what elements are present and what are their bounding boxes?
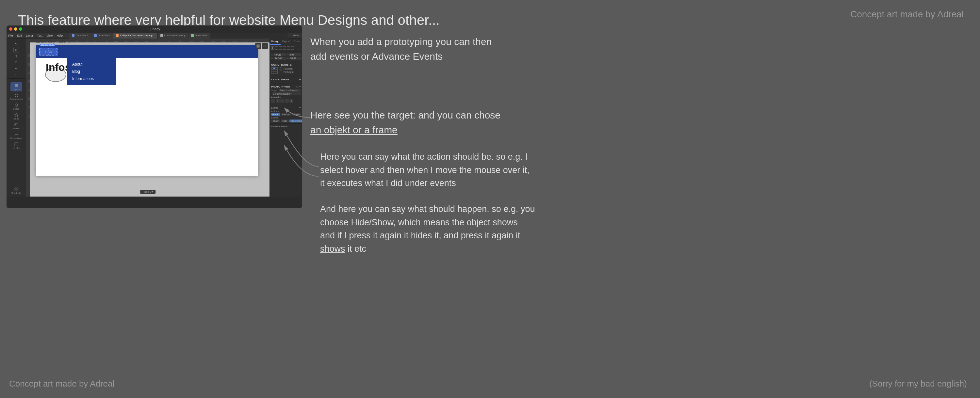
show-btn[interactable]: Show	[271, 119, 280, 122]
tab-3[interactable]: IOSAppPadTaschenrechnerApp...	[113, 33, 157, 38]
advance-events-section: Advance Events +	[270, 124, 302, 129]
grid-toggle[interactable]	[255, 43, 261, 49]
proto-back[interactable]: ◁	[296, 85, 298, 88]
svg-marker-8	[14, 113, 18, 117]
sidebar-item-icons[interactable]: Icons	[10, 112, 22, 121]
action-swipe[interactable]: Swipe	[292, 113, 301, 116]
menu-text[interactable]: Text	[37, 34, 43, 37]
dropdown-informations[interactable]: Informations	[67, 75, 116, 82]
events-add[interactable]: +	[299, 106, 301, 109]
svg-rect-4	[17, 94, 18, 95]
align-right[interactable]	[279, 46, 282, 50]
tab-1[interactable]: Ohne Titel 2	[69, 33, 91, 38]
action-pressed[interactable]: Pressed	[281, 113, 292, 116]
menu-help[interactable]: Help	[57, 34, 63, 37]
sidebar-item-styles[interactable]: Styles	[10, 102, 22, 111]
proto-add[interactable]: +	[299, 85, 301, 88]
dropdown-blog[interactable]: Blog	[67, 68, 116, 75]
sidebar-item-components[interactable]: Components	[10, 92, 22, 101]
menu-view[interactable]: View	[46, 34, 52, 37]
anim-prev[interactable]: −	[271, 99, 275, 103]
sidebar-layers-section: Layers Components Styles Icons	[6, 81, 26, 152]
frame-toggle[interactable]	[262, 43, 268, 49]
tab-code[interactable]: Code	[291, 38, 302, 45]
text-tool[interactable]: T	[13, 53, 19, 59]
minimize-button[interactable]	[14, 27, 18, 31]
fix-width-checkbox[interactable]	[280, 67, 282, 70]
sidebar-shortcuts[interactable]: Shortcuts	[10, 186, 22, 195]
constraint-diagram: Fix width Fix height	[271, 67, 301, 74]
menu-layer[interactable]: Layer	[26, 34, 33, 37]
canvas-controls	[255, 43, 268, 49]
action-hover[interactable]: Hover	[271, 113, 280, 116]
x-input[interactable]	[274, 53, 286, 56]
anim-next[interactable]: +	[276, 99, 280, 103]
group-value[interactable]: Group/ rectangle *	[272, 92, 301, 95]
constraints-toggle[interactable]: ⌃	[299, 63, 301, 66]
constraints-header: CONSTRAINTS ⌃	[271, 63, 301, 66]
target-row: Target: Source in frames *	[271, 89, 301, 92]
anim-type-2[interactable]: ↕	[285, 99, 289, 103]
h-input[interactable]	[290, 57, 302, 60]
page-indicator[interactable]: Page 1 ▾	[140, 190, 156, 194]
ruler-horizontal: 100 200 300 400 500 600 700 800 900 1000…	[26, 38, 269, 43]
svg-rect-3	[15, 94, 16, 95]
component-section: COMPONENT +	[270, 76, 302, 84]
fix-height-checkbox[interactable]	[280, 71, 282, 73]
tab-4[interactable]: Icons-Icons8-Lunacy	[158, 33, 188, 38]
align-bottom[interactable]	[291, 46, 294, 50]
shape-tool[interactable]: □	[13, 59, 19, 65]
w-input[interactable]	[274, 57, 286, 60]
tab-design[interactable]: Design	[270, 38, 281, 45]
menu-file[interactable]: File	[8, 34, 13, 37]
hotspot-tool[interactable]: ⬚	[13, 72, 19, 78]
hide-show-btn[interactable]: Hide/Show	[290, 119, 302, 122]
sidebar-item-illustrations[interactable]: Illustrations	[10, 131, 22, 140]
sidebar-item-ui-kits[interactable]: UI Kits	[10, 141, 22, 150]
svg-rect-15	[15, 190, 16, 191]
move-tool[interactable]: ⊞	[13, 47, 19, 53]
tab-2[interactable]: Ohne Titel 4	[91, 33, 113, 38]
events-header: Events +	[271, 106, 301, 109]
component-add-button[interactable]: +	[299, 78, 301, 81]
align-center-h[interactable]	[275, 46, 278, 50]
advance-events-label: Advance Events	[271, 125, 288, 128]
align-center-v[interactable]	[287, 46, 290, 50]
tab-export[interactable]: Export	[281, 38, 291, 45]
advance-events-add[interactable]: +	[299, 125, 301, 128]
tab-5[interactable]: Ohne Titel 8	[188, 33, 210, 38]
target-value[interactable]: Source in frames *	[278, 89, 301, 92]
zoom-level[interactable]: 69%	[291, 34, 301, 37]
events-section: Events + Actions Hover Pressed Swipe Eve…	[270, 105, 302, 124]
sidebar-item-layers[interactable]: Layers	[10, 82, 22, 91]
maximize-button[interactable]	[19, 27, 22, 31]
select-tool[interactable]: ↖	[13, 41, 19, 47]
svg-rect-5	[15, 96, 16, 97]
align-left[interactable]	[271, 46, 274, 50]
menu-edit[interactable]: Edit	[17, 34, 22, 37]
svg-rect-6	[17, 96, 18, 97]
title-bar: Lunacy	[6, 25, 302, 33]
canvas[interactable]: 100 200 300 400 500 600 700 800 900 1000…	[26, 38, 269, 197]
svg-rect-0	[15, 85, 18, 86]
prototyping-section: PROTOTYPING ◁ + Target: Source in frames…	[270, 84, 302, 105]
dimensions-section: X Y W H	[270, 52, 302, 62]
hide-btn[interactable]: Hide	[281, 119, 289, 122]
menu-bar: File Edit Layer Text View Help Ohne Tite…	[6, 33, 302, 38]
pen-tool[interactable]: ✏	[13, 66, 19, 71]
nav-bar: Infos 142,62 x 50,82	[36, 45, 258, 58]
infos-nav-button[interactable]: Infos 142,62 x 50,82	[39, 48, 57, 55]
svg-rect-18	[258, 45, 259, 46]
x-row: X Y	[271, 53, 301, 56]
dropdown-about[interactable]: About	[67, 61, 116, 68]
sidebar-item-photos[interactable]: Photos	[10, 122, 22, 131]
anim-type-1[interactable]: ⟶	[280, 99, 284, 103]
y-label: Y	[286, 54, 288, 56]
y-input[interactable]	[288, 53, 301, 56]
close-button[interactable]	[9, 27, 13, 31]
align-top[interactable]	[283, 46, 286, 50]
selection-size-badge: 142,62 x 50,82	[40, 44, 55, 46]
anim-type-3[interactable]: ≡	[290, 99, 293, 103]
wh-row: W H	[271, 57, 301, 60]
annotation-text-4: And here you can say what should happen.…	[320, 203, 549, 255]
